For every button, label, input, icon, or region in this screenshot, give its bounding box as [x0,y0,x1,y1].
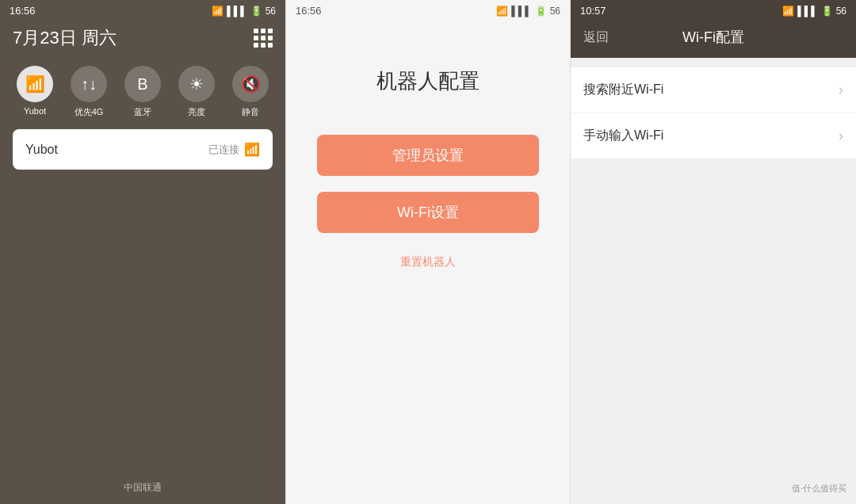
battery-icon: 🔋 [250,6,262,17]
battery-level-3: 56 [836,6,846,17]
back-button[interactable]: 返回 [583,29,623,46]
qs-data-icon[interactable]: ↑↓ [71,66,107,102]
qs-mute-label: 静音 [242,106,259,118]
wifi-config-panel: 10:57 📶 ▌▌▌ 🔋 56 返回 Wi-Fi配置 搜索附近Wi-Fi › … [571,0,856,504]
qs-data-label: 优先4G [75,106,104,118]
status-icons-1: 📶 ▌▌▌ 🔋 56 [212,6,276,17]
carrier-label: 中国联通 [124,481,162,494]
wifi-icon-2: 📶 [496,6,508,17]
wifi-icon-3: 📶 [782,6,794,17]
qs-bluetooth[interactable]: B 蓝牙 [124,66,161,118]
wifi-network-name: Yubot [25,143,58,157]
date-text: 7月23日 周六 [13,26,117,50]
search-nearby-wifi-option[interactable]: 搜索附近Wi-Fi › [571,67,856,113]
qs-mute-icon[interactable]: 🔇 [232,66,269,102]
watermark: 值·什么值得买 [792,483,846,494]
signal-icon: ▌▌▌ [227,6,247,17]
time-1: 16:56 [10,5,36,17]
wifi-connected-text: 已连接 [208,143,239,157]
status-bar-2: 16:56 📶 ▌▌▌ 🔋 56 [286,0,570,20]
wifi-network-card[interactable]: Yubot 已连接 📶 [13,129,273,170]
robot-config-title: 机器人配置 [376,67,480,95]
qs-bluetooth-icon[interactable]: B [124,66,161,102]
manual-wifi-option[interactable]: 手动输入Wi-Fi › [571,113,856,158]
manual-wifi-label: 手动输入Wi-Fi [583,128,663,144]
admin-settings-button[interactable]: 管理员设置 [317,135,539,176]
signal-icon-2: ▌▌▌ [511,6,532,17]
wifi-settings-button[interactable]: Wi-Fi设置 [317,192,539,233]
signal-icon-3: ▌▌▌ [797,6,818,17]
reset-robot-link[interactable]: 重置机器人 [400,255,456,269]
qs-mute[interactable]: 🔇 静音 [232,66,269,118]
qs-brightness-label: 亮度 [188,106,205,118]
qs-wifi-label: Yubot [24,106,46,116]
wifi-config-title: Wi-Fi配置 [623,28,804,47]
qs-wifi-icon[interactable]: 📶 [17,66,53,102]
wifi-connected-icon: 📶 [244,142,260,157]
status-bar-3: 10:57 📶 ▌▌▌ 🔋 56 [571,0,856,20]
search-wifi-label: 搜索附近Wi-Fi [583,82,663,98]
battery-level-2: 56 [550,6,560,17]
wifi-status-area: 已连接 📶 [208,142,260,157]
chevron-icon-2: › [839,128,843,144]
status-bar-1: 16:56 📶 ▌▌▌ 🔋 56 [0,0,285,20]
chevron-icon-1: › [839,82,843,98]
qs-bluetooth-label: 蓝牙 [134,106,151,118]
notification-panel: 16:56 📶 ▌▌▌ 🔋 56 7月23日 周六 📶 Yubot ↑↓ 优先4… [0,0,285,504]
qs-wifi[interactable]: 📶 Yubot [17,66,53,118]
qs-data[interactable]: ↑↓ 优先4G [71,66,107,118]
grid-apps-icon[interactable] [254,29,273,48]
battery-level-1: 56 [266,6,276,17]
time-2: 16:56 [296,5,322,17]
qs-brightness[interactable]: ☀ 亮度 [178,66,215,118]
robot-config-body: 机器人配置 管理员设置 Wi-Fi设置 重置机器人 [286,20,570,504]
time-3: 10:57 [580,5,606,17]
qs-brightness-icon[interactable]: ☀ [178,66,215,102]
quick-settings-row: 📶 Yubot ↑↓ 优先4G B 蓝牙 ☀ 亮度 🔇 静音 [0,59,285,129]
wifi-icon: 📶 [212,6,224,17]
battery-icon-2: 🔋 [535,6,547,17]
date-row: 7月23日 周六 [0,20,285,59]
robot-config-panel: 16:56 📶 ▌▌▌ 🔋 56 机器人配置 管理员设置 Wi-Fi设置 重置机… [285,0,571,504]
status-icons-3: 📶 ▌▌▌ 🔋 56 [782,6,846,17]
status-icons-2: 📶 ▌▌▌ 🔋 56 [496,6,560,17]
wifi-config-header: 返回 Wi-Fi配置 [571,20,856,58]
battery-icon-3: 🔋 [821,6,833,17]
